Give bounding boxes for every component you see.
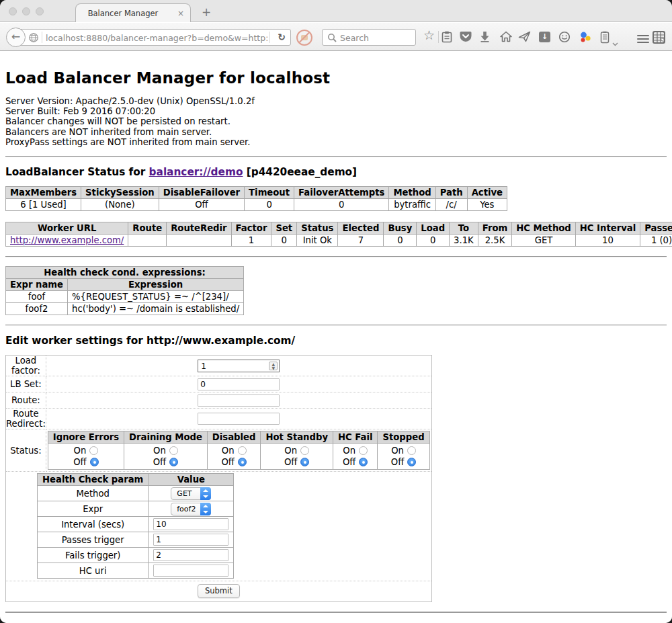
lb-set-input[interactable] [198, 378, 280, 390]
column-header: RouteRedir [167, 222, 231, 235]
back-button[interactable]: ← [6, 28, 26, 47]
navigation-bar: ← localhost:8880/balancer-manager?b=demo… [0, 23, 672, 51]
expr-select[interactable]: foof2 [171, 503, 211, 515]
off-label: Off [284, 457, 297, 467]
url-text[interactable]: localhost:8880/balancer-manager?b=demo&w… [46, 33, 267, 43]
column-header: Timeout [245, 187, 294, 199]
browser-window: Balancer Manager × + ← localhost:8880/ba… [0, 0, 672, 623]
colored-dots-extension-icon[interactable] [579, 31, 592, 46]
select-stepper-icon [200, 487, 211, 500]
hc-expr-header-row: Expr nameExpression [6, 279, 244, 291]
table-cell: 0 [294, 199, 389, 211]
number-spinner-icon[interactable]: ▲▼ [269, 362, 278, 370]
overflow-chevron-icon[interactable] [612, 36, 618, 49]
balancer-demo-link[interactable]: balancer://demo [149, 166, 243, 178]
reload-icon[interactable]: ↻ [278, 32, 286, 42]
ignore-errors-off-radio[interactable] [90, 458, 99, 466]
load-factor-input[interactable]: 1 ▲▼ [198, 360, 280, 372]
send-plane-icon[interactable] [518, 31, 531, 45]
disabled-on-radio[interactable] [238, 446, 247, 455]
search-icon [327, 33, 337, 46]
column-header: Route [128, 222, 167, 235]
hot-standby-on-radio[interactable] [300, 446, 309, 455]
expr-name: foof2 [6, 303, 68, 315]
column-header: FailoverAttempts [294, 187, 389, 199]
column-header: HC Interval [575, 222, 640, 235]
slash-glyph [298, 32, 309, 43]
table-cell: bytraffic [389, 199, 435, 211]
tab-bar: Balancer Manager × + [0, 0, 672, 22]
stopped-off-radio[interactable] [407, 458, 416, 466]
column-header: Draining Mode [124, 431, 208, 444]
on-label: On [391, 446, 404, 456]
window-close-button[interactable] [9, 7, 17, 15]
window-minimize-button[interactable] [22, 7, 30, 15]
url-separator [269, 32, 270, 43]
method-select[interactable]: GET [171, 487, 211, 500]
hc-fail-on-radio[interactable] [359, 446, 368, 455]
stopped-cell: On Off [378, 444, 429, 470]
disabled-off-radio[interactable] [238, 458, 247, 466]
status-label: Status: [6, 429, 46, 472]
hc-uri-input[interactable] [153, 565, 228, 577]
image-blocker-icon[interactable] [296, 30, 312, 46]
column-header: Ignore Errors [48, 431, 124, 444]
lb-set-row: LB Set: [6, 376, 432, 392]
passes-input[interactable] [153, 534, 228, 546]
hot-standby-off-radio[interactable] [300, 458, 309, 466]
health-check-params-table: Health Check paramValue Method GET Expr [37, 473, 234, 579]
interval-row: Interval (secs) [38, 517, 234, 532]
interval-input[interactable] [153, 518, 228, 530]
lb-set-label: LB Set: [6, 376, 46, 392]
container-battery-icon[interactable] [600, 31, 610, 46]
chat-smiley-icon[interactable] [558, 31, 571, 46]
interval-label: Interval (secs) [38, 517, 149, 532]
site-identity-globe-icon[interactable] [28, 32, 39, 46]
hc-uri-label: HC uri [38, 563, 149, 579]
off-label: Off [153, 457, 166, 467]
window-zoom-button[interactable] [36, 7, 44, 15]
proxypass-note-line: ProxyPass settings are NOT inherited fro… [5, 137, 667, 147]
fails-input[interactable] [153, 549, 228, 561]
url-separator [42, 32, 42, 43]
load-factor-label: Load factor: [6, 356, 46, 376]
tab-balancer-manager[interactable]: Balancer Manager × [75, 3, 191, 22]
bottom-divider [5, 612, 667, 613]
search-bar[interactable]: Search [322, 29, 416, 46]
draining-mode-off-radio[interactable] [169, 458, 178, 466]
tab-close-icon[interactable]: × [177, 9, 184, 18]
divider [5, 325, 667, 326]
stopped-on-radio[interactable] [407, 446, 416, 455]
new-tab-button[interactable]: + [202, 5, 211, 19]
column-header: Health Check param [38, 474, 149, 486]
tab-title: Balancer Manager [76, 9, 170, 18]
table-cell: Yes [467, 199, 507, 211]
bookmarks-clipboard-icon[interactable] [442, 31, 452, 46]
loadbalancer-status-heading: LoadBalancer Status for balancer://demo … [5, 166, 667, 178]
on-label: On [284, 446, 297, 456]
downloads-icon[interactable] [479, 31, 491, 45]
home-icon[interactable] [500, 31, 512, 45]
column-header: Value [149, 474, 234, 486]
menu-hamburger-icon[interactable] [637, 33, 649, 45]
submit-button[interactable]: Submit [198, 584, 240, 598]
route-input[interactable] [198, 394, 280, 407]
draining-mode-on-radio[interactable] [169, 446, 178, 455]
bookmark-star-icon[interactable]: ☆ [423, 29, 435, 41]
balancer-header-row: MaxMembersStickySessionDisableFailoverTi… [6, 187, 507, 199]
hc-expressions-table: Health check cond. expressions: Expr nam… [5, 266, 244, 315]
route-redirect-input[interactable] [198, 413, 280, 425]
grid-extension-icon[interactable] [652, 30, 666, 47]
ignore-errors-on-radio[interactable] [89, 446, 98, 455]
save-to-device-icon[interactable]: ↓ [539, 32, 550, 42]
url-bar[interactable]: localhost:8880/balancer-manager?b=demo&w… [16, 29, 291, 46]
pocket-icon[interactable] [460, 31, 472, 45]
hc-fail-off-radio[interactable] [359, 458, 368, 466]
worker-url-link[interactable]: http://www.example.com/ [10, 235, 124, 245]
toolbar-separator [438, 31, 439, 43]
column-header: From [478, 222, 511, 235]
search-placeholder: Search [340, 33, 369, 43]
hc-expr-title: Health check cond. expressions: [6, 267, 244, 279]
hc-uri-row: HC uri [38, 563, 234, 579]
worker-header-row: Worker URLRouteRouteRedirFactorSetStatus… [6, 222, 672, 235]
